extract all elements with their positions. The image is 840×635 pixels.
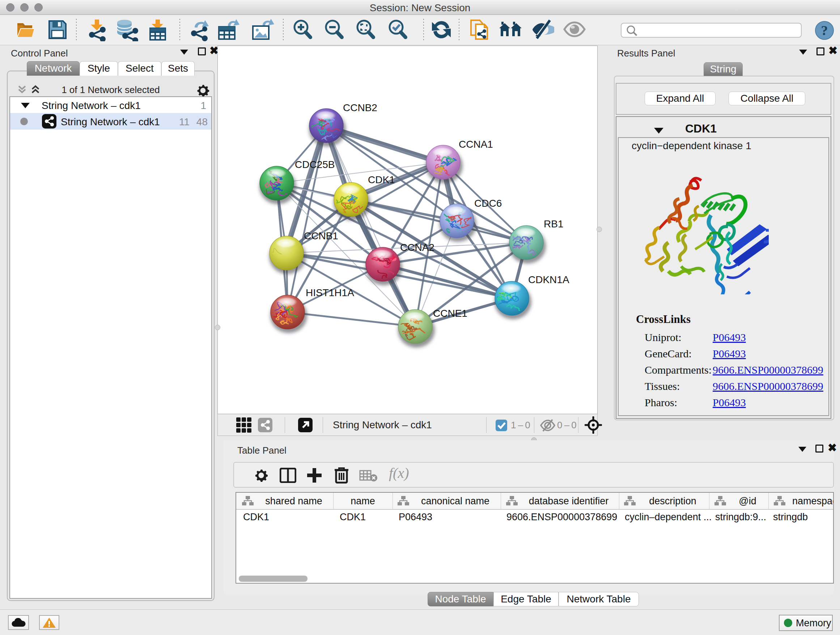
svg-text:CCNB1: CCNB1 xyxy=(304,230,338,241)
svg-text:?: ? xyxy=(821,23,828,38)
svg-text:RB1: RB1 xyxy=(544,218,563,230)
svg-text:CCNB2: CCNB2 xyxy=(343,102,377,113)
svg-text:CDC6: CDC6 xyxy=(474,198,502,209)
svg-text:CCNE1: CCNE1 xyxy=(433,308,467,319)
svg-text:CDC25B: CDC25B xyxy=(295,159,335,170)
svg-text:CDKN1A: CDKN1A xyxy=(528,274,569,285)
svg-text:CCNA2: CCNA2 xyxy=(400,242,434,253)
svg-text:HIST1H1A: HIST1H1A xyxy=(306,287,354,298)
svg-text:CDK1: CDK1 xyxy=(368,174,395,185)
svg-text:CCNA1: CCNA1 xyxy=(459,139,493,150)
